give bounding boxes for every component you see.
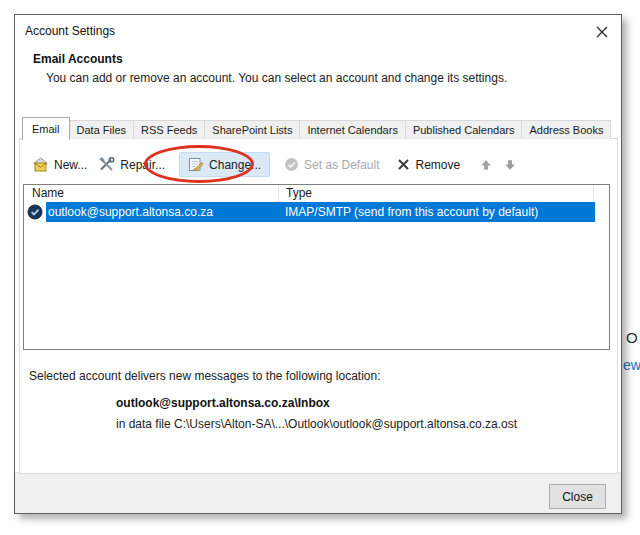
move-up-button[interactable]	[474, 154, 498, 176]
tab-rss-feeds[interactable]: RSS Feeds	[133, 120, 205, 139]
email-tab-page: New... Repair... Change...	[19, 138, 618, 474]
new-account-label: New...	[54, 158, 87, 172]
data-file-path: in data file C:\Users\Alton-SA\...\Outlo…	[116, 417, 517, 431]
close-dialog-button[interactable]: Close	[549, 484, 606, 509]
tab-data-files[interactable]: Data Files	[69, 120, 135, 139]
change-account-label: Change...	[209, 158, 261, 172]
tab-internet-calendars[interactable]: Internet Calendars	[299, 120, 406, 139]
column-header-type[interactable]: Type	[279, 185, 594, 202]
remove-icon	[397, 158, 410, 171]
arrow-up-icon	[479, 158, 493, 172]
set-as-default-label: Set as Default	[304, 158, 379, 172]
email-accounts-description: You can add or remove an account. You ca…	[46, 71, 507, 85]
arrow-down-icon	[503, 158, 517, 172]
dialog-title-bar[interactable]: Account Settings	[15, 15, 621, 47]
account-check-icon	[27, 204, 43, 220]
new-account-button[interactable]: New...	[26, 153, 93, 176]
account-row[interactable]: outlook@support.altonsa.co.za IMAP/SMTP …	[24, 202, 609, 222]
email-accounts-heading: Email Accounts	[33, 52, 123, 66]
background-text-fragment: O	[626, 329, 638, 346]
selected-row-highlight: outlook@support.altonsa.co.za IMAP/SMTP …	[46, 202, 595, 222]
dialog-footer	[15, 472, 621, 513]
column-header-name[interactable]: Name	[24, 185, 279, 202]
remove-account-button[interactable]: Remove	[391, 154, 466, 176]
account-name: outlook@support.altonsa.co.za	[46, 205, 279, 219]
delivery-location-label: Selected account delivers new messages t…	[29, 369, 381, 383]
desktop-background: { "window": { "title": "Account Settings…	[0, 0, 640, 535]
close-button[interactable]	[592, 22, 612, 42]
change-icon	[188, 157, 204, 172]
close-icon	[596, 26, 608, 38]
tab-email[interactable]: Email	[22, 117, 70, 140]
new-mail-icon	[32, 157, 49, 172]
account-settings-dialog: Account Settings Email Accounts You can …	[14, 14, 622, 514]
tab-sharepoint-lists[interactable]: SharePoint Lists	[204, 120, 300, 139]
repair-account-button[interactable]: Repair...	[93, 153, 171, 176]
repair-account-label: Repair...	[120, 158, 165, 172]
tab-strip: Email Data Files RSS Feeds SharePoint Li…	[23, 115, 611, 139]
delivery-mailbox-path: outlook@support.altonsa.co.za\Inbox	[116, 396, 330, 410]
move-down-button[interactable]	[498, 154, 522, 176]
account-type: IMAP/SMTP (send from this account by def…	[279, 205, 595, 219]
tab-published-calendars[interactable]: Published Calendars	[405, 120, 523, 139]
tab-address-books[interactable]: Address Books	[521, 120, 611, 139]
accounts-list: Name Type outlook@support.altonsa.co.za …	[23, 184, 610, 350]
account-icon-cell	[24, 202, 46, 222]
remove-account-label: Remove	[415, 158, 460, 172]
dialog-title: Account Settings	[25, 24, 115, 38]
change-account-button[interactable]: Change...	[179, 152, 270, 177]
background-link-fragment: ew	[623, 357, 640, 373]
list-header: Name Type	[24, 185, 609, 202]
set-as-default-button[interactable]: Set as Default	[278, 153, 385, 176]
repair-icon	[99, 157, 115, 172]
accounts-toolbar: New... Repair... Change...	[26, 151, 522, 178]
set-default-icon	[284, 157, 299, 172]
